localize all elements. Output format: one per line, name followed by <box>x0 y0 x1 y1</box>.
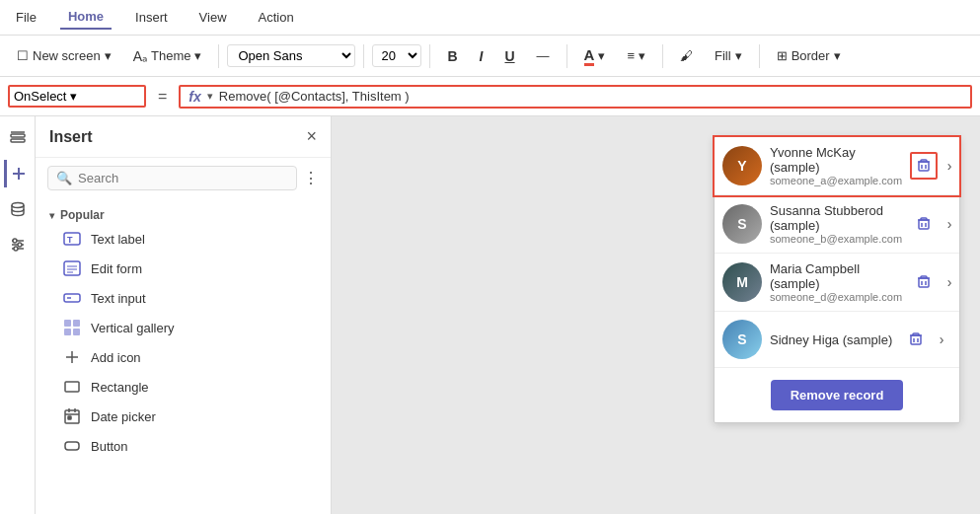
chevron-button-3[interactable]: › <box>940 268 959 296</box>
insert-item-vertical-gallery[interactable]: Vertical gallery <box>36 313 331 342</box>
contact-name-2: Susanna Stubberod (sample) <box>770 203 902 233</box>
theme-chevron: ▾ <box>194 48 201 63</box>
svg-point-9 <box>13 239 17 243</box>
svg-rect-23 <box>73 329 80 335</box>
chevron-button-1[interactable]: › <box>940 152 959 180</box>
svg-point-5 <box>12 203 24 208</box>
fill-chevron: ▾ <box>735 48 742 63</box>
fill-label: Fill <box>715 48 731 63</box>
bold-button[interactable]: B <box>438 43 466 69</box>
new-screen-button[interactable]: ☐ New screen ▾ <box>8 43 120 68</box>
insert-item-text-input[interactable]: Text input <box>36 283 331 313</box>
contact-item-1[interactable]: Y Yvonne McKay (sample) someone_a@exampl… <box>715 137 959 195</box>
svg-rect-1 <box>11 139 25 142</box>
contact-list: Y Yvonne McKay (sample) someone_a@exampl… <box>714 136 960 423</box>
menu-bar: File Home Insert View Action <box>0 0 980 36</box>
contact-info-1: Yvonne McKay (sample) someone_a@example.… <box>770 145 902 186</box>
formula-bar: OnSelect ▾ = fx ▾ Remove( [@Contacts], T… <box>0 77 980 116</box>
category-label: Popular <box>60 208 105 222</box>
insert-title: Insert <box>49 128 93 146</box>
strikethrough-button[interactable]: — <box>528 43 559 68</box>
text-input-label: Text input <box>91 291 146 306</box>
contact-actions-4: › <box>902 326 951 353</box>
svg-rect-0 <box>11 134 25 137</box>
insert-item-text-label[interactable]: T Text label <box>36 224 331 254</box>
chevron-button-2[interactable]: › <box>940 210 959 238</box>
bold-icon: B <box>447 48 457 64</box>
menu-view[interactable]: View <box>191 6 235 29</box>
font-color-button[interactable]: A ▾ <box>575 41 615 71</box>
font-select[interactable]: Open Sans <box>227 44 355 67</box>
main-layout: Insert × 🔍 ⋮ ▾ Popular T <box>0 116 980 514</box>
property-selector[interactable]: OnSelect ▾ <box>8 85 146 108</box>
contact-avatar-1: Y <box>722 146 762 185</box>
svg-point-10 <box>18 243 22 247</box>
equals-sign: = <box>154 88 171 106</box>
separator-6 <box>759 44 760 68</box>
insert-search-row: 🔍 ⋮ <box>36 158 331 198</box>
menu-home[interactable]: Home <box>60 5 112 30</box>
insert-search-box[interactable]: 🔍 <box>47 166 297 190</box>
button-label: Button <box>91 439 128 454</box>
border-label: Border <box>792 48 830 63</box>
insert-item-rectangle[interactable]: Rectangle <box>36 372 331 402</box>
menu-insert[interactable]: Insert <box>127 6 176 29</box>
insert-item-button[interactable]: Button <box>36 431 331 461</box>
formula-text: Remove( [@Contacts], ThisItem ) <box>219 89 410 104</box>
sidebar-layers-button[interactable] <box>4 124 32 152</box>
canvas-area: Y Yvonne McKay (sample) someone_a@exampl… <box>332 116 980 514</box>
sidebar-data-button[interactable] <box>4 195 32 223</box>
contact-actions-2: › <box>910 210 959 238</box>
align-button[interactable]: ≡ ▾ <box>618 43 654 68</box>
search-input[interactable] <box>78 171 288 185</box>
insert-item-edit-form[interactable]: Edit form <box>36 254 331 283</box>
theme-icon: Aₐ <box>133 48 147 64</box>
contact-email-3: someone_d@example.com <box>770 291 902 303</box>
add-icon-label: Add icon <box>91 350 141 365</box>
contact-item-3[interactable]: M Maria Campbell (sample) someone_d@exam… <box>715 254 959 312</box>
insert-item-date-picker[interactable]: Date picker <box>36 402 331 431</box>
sidebar-sliders-button[interactable] <box>4 231 32 258</box>
insert-item-add-icon[interactable]: Add icon <box>36 342 331 372</box>
formula-input[interactable]: fx ▾ Remove( [@Contacts], ThisItem ) <box>179 85 972 109</box>
remove-record-button[interactable]: Remove record <box>771 380 904 410</box>
svg-rect-33 <box>919 162 929 171</box>
date-picker-icon <box>63 407 81 425</box>
trash-button-4[interactable] <box>902 326 930 353</box>
contact-item-2[interactable]: S Susanna Stubberod (sample) someone_b@e… <box>715 195 959 254</box>
italic-button[interactable]: I <box>471 43 492 69</box>
font-size-select[interactable]: 20 <box>372 44 421 67</box>
insert-close-button[interactable]: × <box>306 126 317 147</box>
fill-button[interactable]: Fill ▾ <box>706 43 751 68</box>
menu-file[interactable]: File <box>8 6 44 29</box>
contact-info-3: Maria Campbell (sample) someone_d@exampl… <box>770 261 902 303</box>
underline-button[interactable]: U <box>495 43 523 69</box>
theme-button[interactable]: Aₐ Theme ▾ <box>124 43 211 69</box>
contact-name-3: Maria Campbell (sample) <box>770 261 902 291</box>
rectangle-label: Rectangle <box>91 380 149 395</box>
new-screen-label: New screen <box>33 48 101 63</box>
chevron-button-4[interactable]: › <box>932 326 951 353</box>
strikethrough-icon: — <box>537 48 550 63</box>
trash-button-1[interactable] <box>910 152 938 180</box>
svg-rect-27 <box>65 410 79 423</box>
svg-rect-22 <box>64 329 71 335</box>
sidebar-plus-button[interactable] <box>4 160 32 187</box>
border-button[interactable]: ⊞ Border ▾ <box>768 43 850 68</box>
menu-action[interactable]: Action <box>251 6 302 29</box>
svg-rect-14 <box>64 261 80 275</box>
text-label-label: Text label <box>91 232 145 247</box>
contact-item-4[interactable]: S Sidney Higa (sample) <box>715 312 959 368</box>
svg-rect-21 <box>73 320 80 327</box>
vertical-gallery-icon <box>63 319 81 336</box>
contact-actions-3: › <box>910 268 959 296</box>
svg-text:T: T <box>67 235 73 245</box>
category-chevron: ▾ <box>49 210 54 221</box>
trash-button-3[interactable] <box>910 268 938 296</box>
category-popular[interactable]: ▾ Popular <box>36 202 331 224</box>
contact-email-2: someone_b@example.com <box>770 233 902 245</box>
paint-button[interactable]: 🖌 <box>671 43 702 68</box>
trash-button-2[interactable] <box>910 210 938 238</box>
insert-options-icon[interactable]: ⋮ <box>303 169 319 187</box>
text-label-icon: T <box>63 230 81 248</box>
